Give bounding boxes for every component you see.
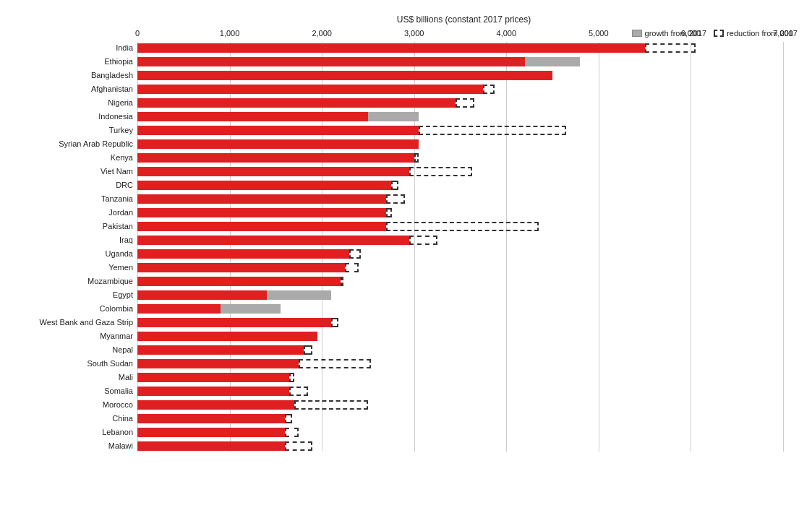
bar-row: Mali — [137, 371, 783, 383]
bar-label: Pakistan — [11, 222, 137, 230]
bar-red — [137, 194, 386, 204]
bar-red — [137, 236, 409, 245]
bar-red — [137, 98, 456, 108]
bar-red — [137, 290, 267, 300]
bar-red — [137, 57, 525, 66]
bar-label: Kenya — [11, 153, 137, 162]
bar-red — [137, 153, 414, 163]
axis-tick: 0 — [135, 29, 140, 38]
bar-row: Mozambique — [137, 275, 783, 287]
bar-label: Yemen — [11, 263, 137, 272]
bar-label: Colombia — [11, 304, 137, 313]
bar-label: South Sudan — [11, 359, 137, 368]
bar-red — [137, 277, 341, 286]
bar-label: Myanmar — [11, 332, 137, 340]
bar-label: Syrian Arab Republic — [11, 139, 137, 148]
bar-dashed — [341, 277, 343, 286]
bar-row: India — [137, 42, 783, 53]
bar-label: Egypt — [11, 290, 137, 299]
bar-dashed — [294, 400, 368, 410]
bar-dashed — [345, 263, 359, 272]
bar-red — [137, 112, 368, 121]
bar-red — [137, 414, 285, 423]
bar-gray — [368, 112, 419, 121]
axis-tick: 3,000 — [404, 29, 424, 38]
bar-row: Indonesia — [137, 111, 783, 122]
bar-dashed — [391, 181, 398, 190]
bar-row: Uganda — [137, 248, 783, 259]
bar-row: Yemen — [137, 262, 783, 273]
bar-red — [137, 71, 552, 80]
bar-row: Iraq — [137, 234, 783, 246]
legend-reduction-label: reduction from 2017 — [727, 29, 798, 38]
bar-label: Viet Nam — [11, 167, 137, 176]
bar-label: Somalia — [11, 387, 137, 395]
bar-label: Mozambique — [11, 277, 137, 285]
bar-row: Nepal — [137, 344, 783, 355]
bar-dashed — [299, 359, 371, 368]
bar-row: Egypt — [137, 289, 783, 301]
bar-label: Nigeria — [11, 98, 137, 107]
bar-red — [137, 428, 285, 437]
bar-row: Pakistan — [137, 220, 783, 232]
bars-wrapper: IndiaEthiopiaBangladeshAfghanistanNigeri… — [137, 42, 783, 452]
bars-section: IndiaEthiopiaBangladeshAfghanistanNigeri… — [7, 42, 790, 452]
bar-red — [137, 373, 289, 382]
grid-line — [783, 42, 784, 452]
bar-red — [137, 126, 419, 135]
bar-dashed — [349, 249, 360, 259]
bar-row: Ethiopia — [137, 56, 783, 67]
bar-row: West Bank and Gaza Strip — [137, 316, 783, 328]
bar-row: Malawi — [137, 440, 783, 452]
bar-red — [137, 359, 299, 368]
axis-tick: 5,000 — [589, 29, 609, 38]
bar-label: West Bank and Gaza Strip — [11, 318, 137, 327]
bar-row: Lebanon — [137, 426, 783, 438]
bar-row: Tanzania — [137, 193, 783, 204]
axis-tick: 2,000 — [312, 29, 332, 38]
bar-row: Turkey — [137, 124, 783, 136]
bar-row: DRC — [137, 179, 783, 191]
bar-red — [137, 181, 391, 190]
bar-label: Iraq — [11, 236, 137, 244]
bar-dashed — [645, 43, 696, 53]
bar-red — [137, 208, 386, 217]
bar-dashed — [456, 98, 474, 108]
bar-row: Colombia — [137, 303, 783, 314]
legend-reduction: reduction from 2017 — [714, 29, 798, 38]
bar-red — [137, 85, 483, 94]
bar-red — [137, 345, 304, 355]
bar-label: Ethiopia — [11, 57, 137, 66]
bar-dashed — [483, 85, 494, 94]
axis-tick: 4,000 — [497, 29, 517, 38]
bar-row: Viet Nam — [137, 165, 783, 177]
bar-dashed — [285, 441, 312, 451]
bar-row: South Sudan — [137, 358, 783, 369]
bar-row: Kenya — [137, 152, 783, 163]
bar-label: Afghanistan — [11, 85, 137, 93]
legend-growth-label: growth from 2017 — [645, 29, 707, 38]
bar-gray — [221, 304, 281, 314]
bar-red — [137, 387, 289, 396]
bar-label: India — [11, 43, 137, 52]
bar-dashed — [304, 345, 313, 355]
bar-row: Afghanistan — [137, 83, 783, 95]
bar-dashed — [409, 167, 472, 176]
bar-label: Mali — [11, 373, 137, 381]
bar-dashed — [386, 194, 405, 204]
axis-tick: 1,000 — [220, 29, 240, 38]
bar-label: Jordan — [11, 208, 137, 217]
bar-label: Morocco — [11, 400, 137, 409]
bar-red — [137, 318, 331, 327]
bar-row: Bangladesh — [137, 69, 783, 81]
bar-label: Tanzania — [11, 194, 137, 203]
bar-red — [137, 400, 294, 410]
bar-dashed — [409, 236, 437, 245]
bar-row: Somalia — [137, 385, 783, 397]
bar-label: DRC — [11, 181, 137, 189]
bar-label: Lebanon — [11, 428, 137, 436]
bar-dashed — [414, 153, 419, 163]
bar-red — [137, 441, 285, 451]
bar-label: Turkey — [11, 126, 137, 134]
legend: growth from 2017 reduction from 2017 — [632, 29, 798, 38]
